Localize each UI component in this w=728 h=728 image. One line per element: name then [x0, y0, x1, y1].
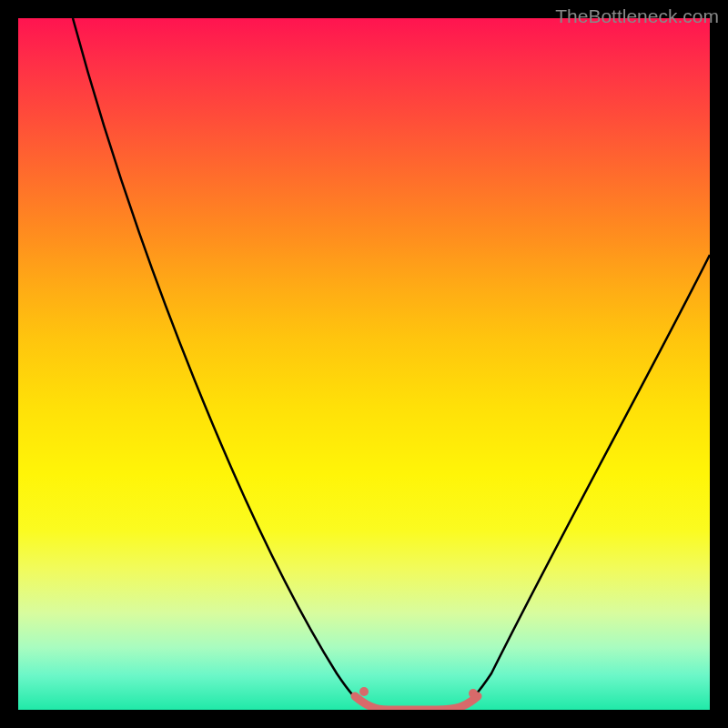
watermark: TheBottleneck.com [555, 5, 719, 27]
chart-container: TheBottleneck.com [0, 0, 728, 728]
curve-marker-right [469, 689, 478, 698]
bottleneck-curve [73, 18, 710, 710]
curve-valley-highlight [355, 696, 478, 710]
curve-marker-left [359, 687, 369, 696]
curve-overlay [18, 18, 710, 710]
